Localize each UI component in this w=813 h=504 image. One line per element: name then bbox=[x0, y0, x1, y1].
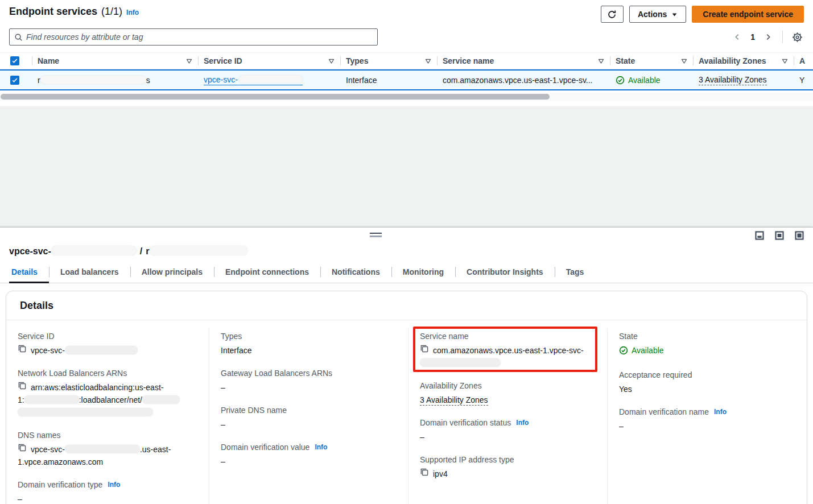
pagination-next-button[interactable] bbox=[762, 31, 774, 43]
row-types-cell: Interface bbox=[340, 71, 437, 89]
header-info-link[interactable]: Info bbox=[126, 9, 139, 16]
tab-contributor-insights[interactable]: Contributor Insights bbox=[455, 262, 555, 283]
redacted-title-id bbox=[51, 246, 137, 255]
page-header: Endpoint services (1/1) Info Actions Cre… bbox=[0, 0, 813, 23]
row-name-cell: rs bbox=[32, 71, 198, 89]
search-input[interactable] bbox=[26, 32, 373, 42]
pagination-current-page[interactable]: 1 bbox=[747, 32, 758, 42]
refresh-icon bbox=[607, 10, 617, 19]
redacted-service-id-value bbox=[65, 346, 138, 354]
endpoint-services-table: Name Service ID Types Service name State… bbox=[0, 52, 813, 101]
column-header-state[interactable]: State bbox=[610, 53, 693, 69]
copy-icon[interactable] bbox=[18, 443, 27, 452]
field-service-name: Service name com.amazonaws.vpce.us-east-… bbox=[420, 332, 596, 369]
redacted-arn-line bbox=[18, 408, 153, 416]
select-all-checkbox[interactable] bbox=[10, 56, 19, 65]
panel-position-bottom-icon[interactable] bbox=[755, 231, 764, 240]
column-header-acceptance[interactable]: A bbox=[794, 53, 813, 69]
search-box[interactable] bbox=[9, 28, 378, 46]
column-header-name[interactable]: Name bbox=[32, 53, 198, 69]
tab-notifications[interactable]: Notifications bbox=[320, 262, 391, 283]
caret-down-icon bbox=[671, 11, 678, 18]
details-column-4: State Available Acceptance required Yes bbox=[607, 328, 807, 504]
row-service-name-cell: com.amazonaws.vpce.us-east-1.vpce-sv... bbox=[437, 71, 610, 89]
row-checkbox[interactable] bbox=[10, 76, 19, 85]
panel-position-side-icon[interactable] bbox=[775, 231, 784, 240]
tab-tags[interactable]: Tags bbox=[555, 262, 596, 283]
details-column-3: Service name com.amazonaws.vpce.us-east-… bbox=[408, 328, 607, 504]
tab-monitoring[interactable]: Monitoring bbox=[391, 262, 455, 283]
endpoint-services-page: Endpoint services (1/1) Info Actions Cre… bbox=[0, 0, 813, 227]
field-types: Types Interface bbox=[221, 332, 397, 357]
field-nlb-arns: Network Load Balancers ARNs arn:aws:elas… bbox=[18, 369, 197, 419]
row-state-badge: Available bbox=[616, 76, 661, 85]
field-acceptance-required: Acceptance required Yes bbox=[619, 370, 795, 395]
tab-details[interactable]: Details bbox=[9, 262, 49, 283]
preferences-gear-icon[interactable] bbox=[791, 31, 804, 44]
info-link[interactable]: Info bbox=[315, 443, 327, 451]
sort-icon bbox=[186, 58, 192, 64]
details-column-1: Service ID vpce-svc- Network Load Balanc… bbox=[6, 328, 209, 504]
table-row[interactable]: rs vpce-svc- Interface com.amazonaws.vpc… bbox=[0, 69, 813, 90]
sort-icon bbox=[681, 58, 687, 64]
check-circle-icon bbox=[616, 76, 625, 85]
redacted-service-name bbox=[420, 358, 501, 367]
redacted-name bbox=[40, 76, 146, 84]
tab-load-balancers[interactable]: Load balancers bbox=[49, 262, 130, 283]
field-dns-names: DNS names vpce-svc-.us-east- 1.vpce.amaz… bbox=[18, 431, 197, 468]
details-column-2: Types Interface Gateway Load Balancers A… bbox=[209, 328, 408, 504]
field-state: State Available bbox=[619, 332, 795, 358]
info-link[interactable]: Info bbox=[516, 419, 529, 427]
panel-position-full-icon[interactable] bbox=[795, 231, 804, 240]
table-toolbar: 1 bbox=[0, 23, 813, 46]
column-header-availability-zones[interactable]: Availability Zones bbox=[693, 53, 794, 69]
page-title: Endpoint services bbox=[9, 6, 97, 18]
toolbar-divider bbox=[782, 31, 783, 43]
row-service-id-link[interactable]: vpce-svc- bbox=[204, 75, 303, 85]
content-background bbox=[0, 106, 813, 227]
split-panel-title: vpce-svc-/r bbox=[0, 245, 813, 262]
refresh-button[interactable] bbox=[601, 6, 624, 23]
tab-allow-principals[interactable]: Allow principals bbox=[130, 262, 214, 283]
copy-icon[interactable] bbox=[420, 468, 429, 477]
sort-icon bbox=[598, 58, 604, 64]
pagination-prev-button[interactable] bbox=[731, 31, 744, 43]
field-domain-verification-value: Domain verification value Info – bbox=[221, 443, 397, 468]
availability-zones-link[interactable]: 3 Availability Zones bbox=[420, 395, 488, 406]
sort-icon bbox=[782, 58, 788, 64]
redacted-title-name bbox=[150, 246, 247, 255]
redacted-account-id bbox=[24, 395, 79, 404]
search-icon bbox=[14, 33, 23, 42]
redacted-lb-name bbox=[142, 395, 180, 404]
copy-icon[interactable] bbox=[18, 381, 27, 390]
resource-count: (1/1) bbox=[101, 6, 122, 18]
column-header-service-name[interactable]: Service name bbox=[437, 53, 610, 69]
split-panel-drag-handle[interactable] bbox=[370, 233, 382, 237]
split-panel-tabs: Details Load balancers Allow principals … bbox=[0, 262, 813, 283]
horizontal-scrollbar[interactable] bbox=[0, 93, 813, 101]
redacted-dns bbox=[65, 445, 140, 453]
details-card: Details Service ID vpce-svc- Network Loa… bbox=[6, 291, 807, 504]
scrollbar-thumb[interactable] bbox=[1, 94, 550, 100]
column-header-service-id[interactable]: Service ID bbox=[198, 53, 340, 69]
info-link[interactable]: Info bbox=[714, 408, 727, 416]
field-private-dns-name: Private DNS name – bbox=[221, 406, 397, 431]
field-supported-ip-type: Supported IP address type ipv4 bbox=[420, 455, 596, 480]
actions-button[interactable]: Actions bbox=[629, 6, 686, 23]
details-card-heading: Details bbox=[6, 291, 807, 320]
split-panel: vpce-svc-/r Details Load balancers Allow… bbox=[0, 227, 813, 504]
table-header-row: Name Service ID Types Service name State… bbox=[0, 52, 813, 69]
create-endpoint-service-button[interactable]: Create endpoint service bbox=[692, 6, 804, 23]
tab-endpoint-connections[interactable]: Endpoint connections bbox=[214, 262, 320, 283]
copy-icon[interactable] bbox=[420, 344, 429, 353]
field-domain-verification-name: Domain verification name Info – bbox=[619, 407, 795, 432]
copy-icon[interactable] bbox=[18, 344, 27, 353]
actions-button-label: Actions bbox=[638, 10, 667, 19]
column-header-types[interactable]: Types bbox=[340, 53, 437, 69]
check-circle-icon bbox=[619, 346, 628, 355]
sort-icon bbox=[328, 58, 335, 64]
redacted-service-id bbox=[239, 75, 303, 84]
row-availability-zones-link[interactable]: 3 Availability Zones bbox=[699, 75, 767, 85]
sort-icon bbox=[425, 58, 431, 64]
info-link[interactable]: Info bbox=[108, 481, 120, 489]
